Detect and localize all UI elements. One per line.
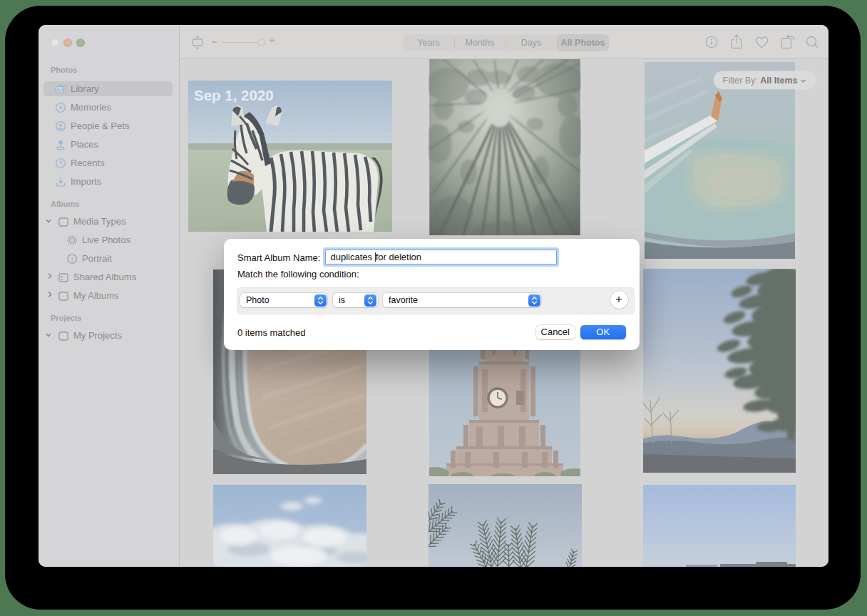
svg-text:Sep 1, 2020: Sep 1, 2020 [194,87,274,103]
svg-text:f: f [71,256,73,262]
